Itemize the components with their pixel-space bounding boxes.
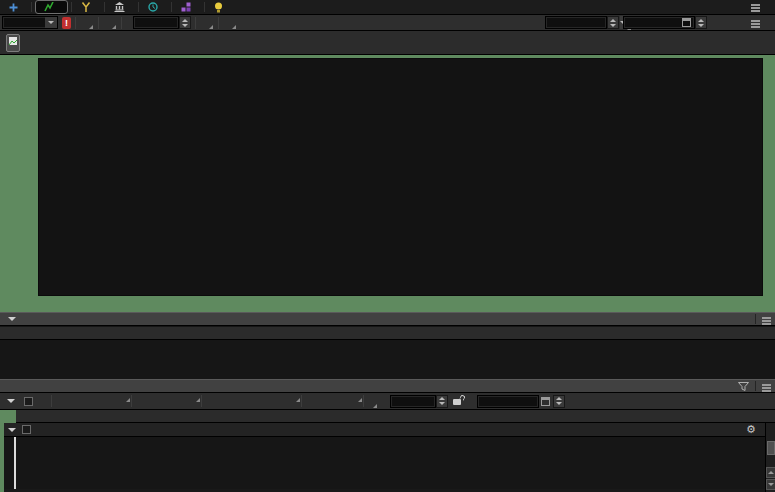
collapse-chevron-icon[interactable] [8,428,16,432]
metric-dropdown[interactable] [200,17,214,28]
positions-header [0,379,775,393]
tab-risk-profile[interactable] [35,0,68,14]
probability-input[interactable] [545,16,607,29]
commission-dropdown[interactable] [80,17,94,28]
group-checkbox[interactable] [22,425,31,434]
toolbar-menu-icon[interactable] [751,20,760,22]
group-indicator-line [14,437,16,489]
calendar-icon[interactable] [682,18,691,27]
probability-stepper[interactable] [607,16,619,29]
plus-icon [9,3,18,12]
select-all-checkbox[interactable] [24,397,33,406]
scroll-down-button[interactable] [766,479,775,490]
collapse-chevron-icon[interactable] [7,399,15,403]
expiration-date-input[interactable] [623,16,695,29]
divider [218,17,219,29]
blocks-icon [181,2,191,12]
risk-profile-icon [44,2,55,12]
divider [98,17,99,29]
panel-menu-icon[interactable] [751,4,760,6]
interest-stepper[interactable] [436,395,448,408]
date-input[interactable] [477,395,539,408]
positions-filter-row [0,393,775,410]
risk-chart-svg [39,59,762,295]
step-stepper[interactable] [179,16,191,29]
thinkorswim-analyze-page: ! [0,0,775,492]
bank-icon [114,2,125,12]
expiration-stepper[interactable] [695,16,707,29]
calendar-icon[interactable] [541,397,550,406]
collapse-chevron-icon[interactable] [8,317,16,321]
lightbulb-icon [214,2,223,13]
tab-earnings[interactable] [205,0,236,15]
price-slices-column-header [0,327,775,340]
date-stepper[interactable] [553,395,565,408]
account-color-cell [0,410,16,423]
tab-economic-data[interactable] [105,0,138,15]
positions-menu-icon[interactable] [762,384,771,386]
expiration-date-control [623,16,707,29]
analyze-tabbar [0,0,775,15]
tab-fundamentals[interactable] [172,0,204,15]
tab-add-simulated-trades[interactable] [0,0,31,15]
chart-hint-bar [0,31,775,55]
monitor-icon[interactable] [6,34,20,52]
probability-control [545,16,632,29]
interest-input[interactable] [390,395,436,408]
unlock-icon[interactable] [453,395,463,407]
scrollbar-thumb[interactable] [767,441,775,455]
scroll-up-button[interactable] [766,467,775,478]
divider [75,17,76,29]
account-color-strip [0,423,4,492]
symbol-group-row[interactable]: ⚙ [0,423,775,437]
risk-chart-plot[interactable] [38,58,763,296]
clock-icon [148,2,158,12]
model-dropdown[interactable] [364,396,378,407]
step-input[interactable] [133,16,179,29]
tab-thinkback[interactable] [139,0,171,15]
vertical-scrollbar[interactable] [765,423,775,492]
gear-icon[interactable]: ⚙ [746,423,756,436]
probability-icon [81,2,91,12]
divider [195,17,196,29]
lines-dropdown[interactable] [103,17,117,28]
positions-column-header [0,410,775,423]
price-slices-menu-icon[interactable] [762,317,771,319]
tab-probability-analysis[interactable] [72,0,104,15]
divider [121,17,122,29]
symbol-selector[interactable] [2,16,58,29]
alert-icon[interactable]: ! [62,17,71,29]
chevron-down-icon[interactable] [45,17,57,28]
prob-mode-dropdown[interactable] [223,17,237,28]
risk-profile-chart-panel[interactable] [0,55,775,312]
price-slices-header [0,312,775,326]
tab-separator [31,2,32,12]
